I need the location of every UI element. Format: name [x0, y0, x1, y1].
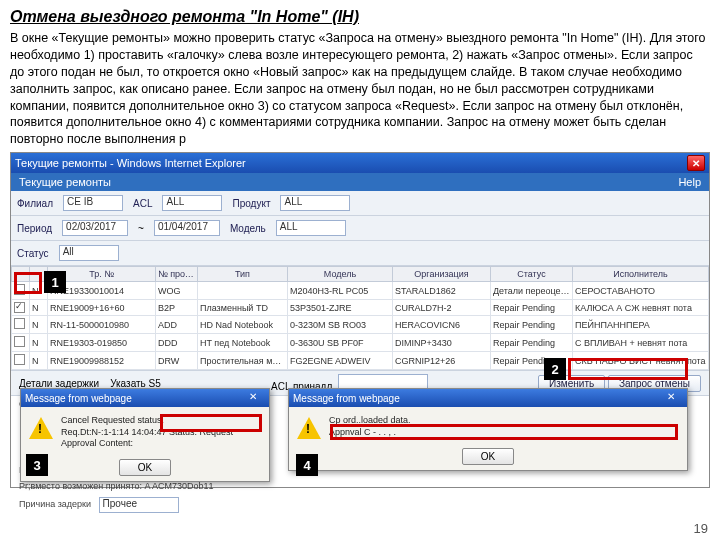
table-cell: N [30, 334, 48, 352]
warning-icon [297, 417, 321, 439]
table-cell: N [30, 316, 48, 334]
table-cell: RN-11-5000010980 [48, 316, 156, 334]
row-checkbox[interactable] [14, 284, 25, 295]
page-number: 19 [694, 521, 708, 536]
filter-label: Продукт [232, 198, 270, 209]
grid-area: Тр. №№ продуктаТипМодельОрганизацияСтату… [11, 266, 709, 370]
table-header[interactable]: Статус [491, 267, 573, 282]
filter-model[interactable]: ALL [276, 220, 346, 236]
dialog3-title: Message from webpage [25, 393, 132, 404]
table-header[interactable] [12, 267, 30, 282]
table-cell [198, 282, 288, 300]
table-cell: Repair Pending [491, 334, 573, 352]
filter-label: Статус [17, 248, 49, 259]
filter-row-3: Статус All [11, 241, 709, 266]
reason-select[interactable]: Прочее [99, 497, 179, 513]
date-to[interactable]: 01/04/2017 [154, 220, 220, 236]
table-cell: DIMINP+3430 [393, 334, 491, 352]
table-header[interactable]: Исполнитель [573, 267, 709, 282]
filter-acl[interactable]: ALL [162, 195, 222, 211]
table-cell: 53P3501-ZJRE [288, 300, 393, 316]
table-cell: RNE19009+16+60 [48, 300, 156, 316]
table-header[interactable]: № продукта [156, 267, 198, 282]
filter-row-2: Период 02/03/2017 ~ 01/04/2017 Модель AL… [11, 216, 709, 241]
slide-body: В окне «Текущие ремонты» можно проверить… [10, 30, 710, 148]
filter-label: ACL [133, 198, 152, 209]
detail-label-1: Детали задержки [19, 378, 99, 389]
filter-label: Модель [230, 223, 266, 234]
dialog4-line2: Appnval C - . . , . [329, 427, 411, 439]
table-cell: HT пед Notebook [198, 334, 288, 352]
table-cell: HD Nad Notebook [198, 316, 288, 334]
table-cell: Плазменный TD [198, 300, 288, 316]
table-cell: Repair Pending [491, 316, 573, 334]
table-cell: STARALD1862 [393, 282, 491, 300]
table-cell: ADD [156, 316, 198, 334]
table-cell: RNE19303-019850 [48, 334, 156, 352]
table-cell: CURALD7H-2 [393, 300, 491, 316]
badge-3: 3 [26, 454, 48, 476]
date-from[interactable]: 02/03/2017 [62, 220, 128, 236]
detail-label-2: Указать S5 [110, 378, 161, 389]
row-checkbox[interactable] [14, 302, 25, 313]
row-checkbox[interactable] [14, 354, 25, 365]
table-cell: ПЕЙНПАННПЕРА [573, 316, 709, 334]
dialog-status-request: Message from webpage ✕ Cancel Requested … [20, 388, 270, 482]
dialog3-ok-button[interactable]: OK [119, 459, 171, 476]
dialog-rejected: Message from webpage ✕ Cp ord..loaded da… [288, 388, 688, 471]
filter-product[interactable]: ALL [280, 195, 350, 211]
table-row[interactable]: NRN-11-5000010980ADDHD Nad Notebook0-323… [12, 316, 709, 334]
slide-title: Отмена выездного ремонта "In Home" (IH) [10, 8, 710, 26]
table-cell: СКВ ПАВРО ВИСТ невнят пота [573, 352, 709, 370]
dialog4-title: Message from webpage [293, 393, 400, 404]
date-sep: ~ [138, 223, 144, 234]
row-checkbox[interactable] [14, 336, 25, 347]
subheader-title: Текущие ремонты [19, 176, 111, 188]
badge-1: 1 [44, 271, 66, 293]
table-cell: 0-3230M SB RO03 [288, 316, 393, 334]
badge-2: 2 [544, 358, 566, 380]
help-link[interactable]: Help [678, 176, 701, 188]
table-cell: WOG [156, 282, 198, 300]
filter-status[interactable]: All [59, 245, 119, 261]
table-cell: CGRNIP12+26 [393, 352, 491, 370]
dialog3-line2: Req.Dt:N-:1-1:14 14:04:47 Status: Reques… [61, 427, 233, 439]
table-cell: M2040H3-RL PC05 [288, 282, 393, 300]
filter-label: Период [17, 223, 52, 234]
table-cell: RNE19009988152 [48, 352, 156, 370]
filter-branch[interactable]: CE IB [63, 195, 123, 211]
table-cell [12, 316, 30, 334]
table-header[interactable]: Тип [198, 267, 288, 282]
window-subheader: Текущие ремонты Help [11, 173, 709, 191]
table-cell: DDD [156, 334, 198, 352]
table-header[interactable]: Организация [393, 267, 491, 282]
dialog3-line3: Approval Content: [61, 438, 233, 450]
table-cell: С ВПЛИВАН + невнят пота [573, 334, 709, 352]
table-cell [12, 334, 30, 352]
table-row[interactable]: NRNE19009+16+60B2PПлазменный TD53P3501-Z… [12, 300, 709, 316]
window-titlebar: Текущие ремонты - Windows Internet Explo… [11, 153, 709, 173]
table-cell: FG2EGNE ADWEIV [288, 352, 393, 370]
table-cell: HERACOVICN6 [393, 316, 491, 334]
repairs-table: Тр. №№ продуктаТипМодельОрганизацияСтату… [11, 266, 709, 370]
table-cell: Простительная машин [198, 352, 288, 370]
table-header-row: Тр. №№ продуктаТипМодельОрганизацияСтату… [12, 267, 709, 282]
filter-row-1: Филиал CE IB ACL ALL Продукт ALL [11, 191, 709, 216]
close-icon[interactable]: ✕ [667, 391, 683, 405]
dialog4-ok-button[interactable]: OK [462, 448, 514, 465]
table-row[interactable]: NRNE19330010014WOGM2040H3-RL PC05STARALD… [12, 282, 709, 300]
close-icon[interactable]: ✕ [249, 391, 265, 405]
table-cell [12, 300, 30, 316]
row-checkbox[interactable] [14, 318, 25, 329]
close-icon[interactable]: ✕ [687, 155, 705, 171]
bottom-line-3: Причина задерки Прочее [11, 494, 709, 516]
table-cell: КАЛЮСА А СЖ невнят пота [573, 300, 709, 316]
window-title: Текущие ремонты - Windows Internet Explo… [15, 157, 246, 169]
table-cell [12, 282, 30, 300]
table-cell: N [30, 352, 48, 370]
table-row[interactable]: NRNE19009988152DRWПростительная машинFG2… [12, 352, 709, 370]
table-row[interactable]: NRNE19303-019850DDDHT пед Notebook0-3630… [12, 334, 709, 352]
dialog4-line1: Cp ord..loaded data. [329, 415, 411, 427]
table-header[interactable]: Модель [288, 267, 393, 282]
table-cell: N [30, 300, 48, 316]
